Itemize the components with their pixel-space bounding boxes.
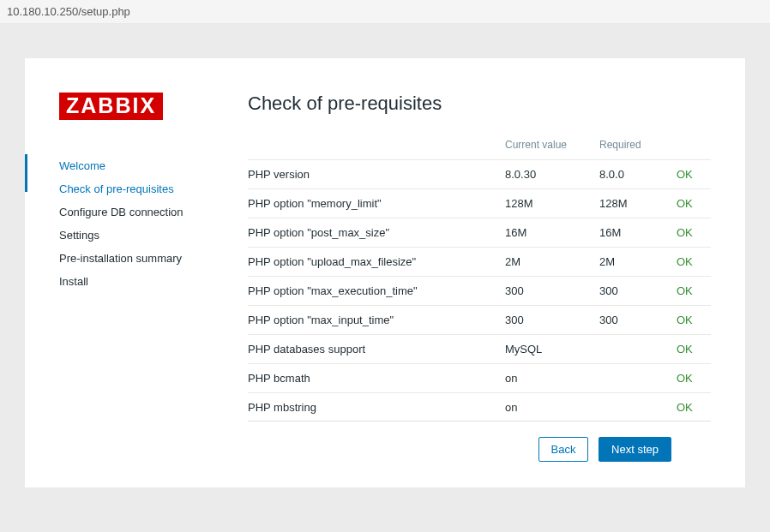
nav-step-label: Configure DB connection <box>59 206 183 218</box>
cell: OK <box>677 160 711 189</box>
cell: on <box>505 393 599 422</box>
cell-text: 8.0.0 <box>599 168 624 181</box>
cell: 300 <box>505 277 599 306</box>
cell-text: 300 <box>505 314 524 326</box>
cell-text: MySQL <box>505 343 542 356</box>
status-text: OK <box>677 372 693 385</box>
back-button[interactable]: Back <box>538 437 589 462</box>
cell: OK <box>677 248 711 277</box>
requirements-table-wrap[interactable]: Current value Required PHP version8.0.30… <box>248 130 711 421</box>
table-row: PHP option "memory_limit"128M128MOK <box>248 189 711 218</box>
setup-card: ZABBIX WelcomeCheck of pre-requisitesCon… <box>25 58 745 487</box>
cell-text: 2M <box>599 255 615 268</box>
status-text: OK <box>677 168 693 181</box>
status-text: OK <box>677 226 693 239</box>
cell-text: PHP databases support <box>248 343 365 356</box>
status-text: OK <box>677 314 693 326</box>
cell: 2M <box>599 248 677 277</box>
table-row: PHP version8.0.308.0.0OK <box>248 160 711 189</box>
cell: PHP version <box>248 160 505 189</box>
col-header-status <box>677 130 711 160</box>
cell-text: 128M <box>505 197 533 210</box>
cell: 128M <box>599 189 677 218</box>
status-text: OK <box>677 197 693 210</box>
cell-text: on <box>505 401 517 414</box>
active-step-indicator <box>25 154 27 192</box>
cell-text: 128M <box>599 197 628 210</box>
cell <box>599 364 677 393</box>
cell-text: PHP option "memory_limit" <box>248 197 382 210</box>
cell: PHP option "max_input_time" <box>248 306 505 335</box>
table-row: PHP bcmathonOK <box>248 364 711 393</box>
cell: OK <box>677 393 711 422</box>
cell: OK <box>677 364 711 393</box>
cell-text: PHP option "max_execution_time" <box>248 284 418 297</box>
status-text: OK <box>677 255 693 268</box>
cell-text: PHP option "max_input_time" <box>248 314 394 326</box>
nav-step[interactable]: Check of pre-requisites <box>59 177 248 200</box>
col-header-required: Required <box>599 130 677 160</box>
cell: 300 <box>505 306 599 335</box>
button-bar: Back Next step <box>248 421 711 462</box>
cell: PHP option "post_max_size" <box>248 218 505 248</box>
cell: 16M <box>599 218 677 248</box>
cell: MySQL <box>505 335 599 364</box>
nav-step-label: Settings <box>59 229 99 242</box>
col-header-current: Current value <box>505 130 599 160</box>
table-row: PHP option "post_max_size"16M16MOK <box>248 218 711 248</box>
cell: OK <box>677 335 711 364</box>
cell: PHP option "max_execution_time" <box>248 277 505 306</box>
cell: PHP option "memory_limit" <box>248 189 505 218</box>
cell: 128M <box>505 189 599 218</box>
status-text: OK <box>677 401 693 414</box>
cell-text: 2M <box>505 255 520 268</box>
table-row: PHP option "upload_max_filesize"2M2MOK <box>248 248 711 277</box>
cell: 8.0.30 <box>505 160 599 189</box>
next-step-button[interactable]: Next step <box>599 437 671 462</box>
sidebar: ZABBIX WelcomeCheck of pre-requisitesCon… <box>59 93 248 462</box>
cell: PHP databases support <box>248 335 505 364</box>
nav-step[interactable]: Configure DB connection <box>59 200 248 224</box>
status-text: OK <box>677 284 693 297</box>
table-row: PHP databases supportMySQLOK <box>248 335 711 364</box>
cell: OK <box>677 189 711 218</box>
nav-step-label: Welcome <box>59 159 105 172</box>
url-text: 10.180.10.250/setup.php <box>7 5 130 18</box>
cell-text: on <box>505 372 517 385</box>
table-row: PHP option "max_execution_time"300300OK <box>248 277 711 306</box>
nav-step[interactable]: Install <box>59 270 248 293</box>
table-row: PHP option "max_input_time"300300OK <box>248 306 711 335</box>
nav-step[interactable]: Welcome <box>59 154 248 177</box>
col-header-name <box>248 130 505 160</box>
cell-text: PHP version <box>248 168 310 181</box>
table-row: PHP mbstringonOK <box>248 393 711 422</box>
cell-text: PHP option "upload_max_filesize" <box>248 255 416 268</box>
cell: OK <box>677 218 711 248</box>
page-background: ZABBIX WelcomeCheck of pre-requisitesCon… <box>0 24 770 532</box>
nav-step-label: Pre-installation summary <box>59 252 182 265</box>
cell: PHP option "upload_max_filesize" <box>248 248 505 277</box>
cell: OK <box>677 277 711 306</box>
setup-steps-nav: WelcomeCheck of pre-requisitesConfigure … <box>59 154 248 293</box>
requirements-table: Current value Required PHP version8.0.30… <box>248 130 711 421</box>
cell: OK <box>677 306 711 335</box>
cell-text: PHP mbstring <box>248 401 316 414</box>
url-bar: 10.180.10.250/setup.php <box>0 0 770 24</box>
cell-text: 16M <box>505 226 526 239</box>
nav-step[interactable]: Settings <box>59 224 248 247</box>
cell-text: 16M <box>599 226 621 239</box>
cell <box>599 393 677 422</box>
cell: 300 <box>599 306 677 335</box>
nav-step[interactable]: Pre-installation summary <box>59 247 248 270</box>
cell-text: 300 <box>599 284 618 297</box>
main-content: Check of pre-requisites Current value Re… <box>248 93 711 462</box>
cell: 300 <box>599 277 677 306</box>
cell: 16M <box>505 218 599 248</box>
cell-text: PHP option "post_max_size" <box>248 226 389 239</box>
cell: 2M <box>505 248 599 277</box>
logo: ZABBIX <box>59 93 163 120</box>
cell <box>599 335 677 364</box>
nav-step-label: Install <box>59 275 88 288</box>
cell-text: 300 <box>505 284 524 297</box>
cell: PHP mbstring <box>248 393 505 422</box>
